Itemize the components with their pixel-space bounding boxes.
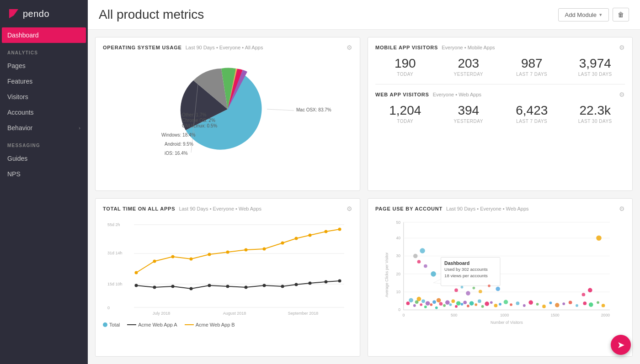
pendo-flag-icon (7, 7, 20, 20)
total-time-widget: TOTAL TIME ON ALL APPS Last 90 Days • Ev… (95, 198, 360, 357)
svg-text:0: 0 (107, 306, 110, 310)
svg-point-69 (426, 301, 430, 306)
divider (375, 84, 625, 84)
svg-text:0: 0 (402, 313, 405, 317)
svg-point-89 (490, 301, 493, 304)
svg-point-33 (226, 285, 229, 288)
time-widget-title: TOTAL TIME ON ALL APPS (103, 206, 175, 211)
page-header: All product metrics Add Module ▾ 🗑 (88, 0, 640, 30)
other-label: Other: 1.7% (182, 112, 206, 117)
svg-point-40 (338, 280, 341, 283)
metric-value: 190 (375, 57, 435, 71)
add-module-button[interactable]: Add Module ▾ (558, 8, 609, 21)
svg-point-96 (528, 300, 533, 305)
svg-text:55d 2h: 55d 2h (107, 222, 120, 227)
svg-text:1500: 1500 (550, 313, 559, 317)
metric-value: 6,423 (502, 104, 562, 118)
svg-point-18 (190, 258, 193, 261)
svg-point-21 (245, 248, 248, 252)
mobile-visitors-widget: MOBILE APP VISITORS Everyone • Mobile Ap… (368, 37, 633, 191)
svg-point-103 (576, 304, 578, 307)
web-section-subtitle: Everyone • Web Apps (433, 92, 481, 97)
svg-point-90 (494, 304, 498, 307)
svg-point-28 (135, 284, 138, 287)
fab-button[interactable]: ➤ (611, 335, 631, 355)
svg-text:500: 500 (451, 313, 458, 317)
svg-point-85 (475, 303, 477, 306)
svg-text:31d 14h: 31d 14h (107, 251, 123, 255)
scatter-chart: Average Clicks per Visitor 0 10 20 30 40… (375, 218, 625, 327)
web-section-header: WEB APP VISITORS Everyone • Web Apps ⚙ (375, 91, 625, 98)
nav-item-dashboard[interactable]: Dashboard (2, 27, 86, 43)
main-content: All product metrics Add Module ▾ 🗑 OPERA… (88, 0, 640, 364)
svg-marker-0 (9, 9, 18, 18)
nav-item-features[interactable]: Features (0, 74, 88, 89)
svg-point-83 (467, 305, 469, 307)
nav-item-behavior[interactable]: Behavior › (0, 120, 88, 136)
svg-point-19 (208, 253, 211, 256)
nav-item-nps[interactable]: NPS (0, 166, 88, 182)
svg-point-125 (596, 235, 602, 241)
svg-text:0: 0 (398, 307, 400, 312)
svg-point-81 (461, 303, 464, 306)
scatter-widget-header: PAGE USE BY ACCOUNT Last 90 Days • Every… (375, 205, 625, 212)
svg-point-77 (449, 303, 452, 306)
svg-text:50: 50 (396, 220, 400, 225)
gear-icon[interactable]: ⚙ (347, 44, 352, 51)
widget-header: OPERATING SYSTEM USAGE Last 90 Days • Ev… (103, 44, 352, 51)
pendo-wordmark: pendo (23, 9, 49, 19)
svg-point-111 (424, 264, 427, 268)
web-gear-icon[interactable]: ⚙ (619, 91, 625, 98)
svg-point-70 (430, 303, 432, 306)
svg-text:15d 10h: 15d 10h (107, 282, 123, 286)
nav-item-guides[interactable]: Guides (0, 151, 88, 166)
svg-text:30: 30 (396, 253, 400, 258)
metric-value: 3,974 (565, 57, 625, 71)
delete-button[interactable]: 🗑 (613, 8, 629, 21)
svg-point-74 (439, 302, 443, 306)
nav-item-accounts[interactable]: Accounts (0, 105, 88, 120)
android-label: Android: 9.5% (165, 142, 193, 147)
svg-point-95 (523, 304, 526, 307)
time-gear-icon[interactable]: ⚙ (347, 205, 352, 212)
svg-point-75 (443, 304, 446, 307)
svg-point-79 (455, 305, 458, 308)
svg-point-32 (208, 284, 211, 287)
svg-point-84 (469, 301, 474, 306)
svg-point-91 (499, 303, 501, 306)
svg-text:September 2018: September 2018 (288, 311, 319, 316)
metric-yesterday-web: 394 YESTERDAY (439, 104, 499, 124)
svg-point-20 (226, 251, 229, 254)
trash-icon: 🗑 (618, 11, 624, 18)
svg-point-22 (263, 248, 266, 251)
scatter-gear-icon[interactable]: ⚙ (619, 205, 625, 212)
mac-osx-label: Mac OSX: 83.7% (296, 107, 331, 112)
svg-point-24 (295, 237, 298, 240)
svg-point-17 (171, 255, 175, 258)
mobile-widget-subtitle: Everyone • Mobile Apps (442, 45, 495, 50)
mobile-gear-icon[interactable]: ⚙ (619, 44, 625, 51)
svg-point-100 (555, 303, 560, 307)
legend-line-app-a (127, 324, 136, 325)
chevron-down-icon: ▾ (599, 12, 602, 18)
metric-today-mobile: 190 TODAY (375, 57, 435, 77)
pie-chart: Mac OSX: 83.7% Windows: 18.4% iOS: 16.4%… (103, 57, 352, 162)
metric-value: 1,204 (375, 104, 435, 118)
nav-item-pages[interactable]: Pages (0, 58, 88, 74)
svg-point-71 (432, 300, 436, 304)
nav-item-visitors[interactable]: Visitors (0, 89, 88, 105)
svg-point-82 (463, 301, 467, 304)
scatter-widget-subtitle: Last 90 Days • Everyone • Web Apps (446, 206, 529, 211)
svg-point-121 (473, 287, 475, 290)
mobile-metrics-grid: 190 TODAY 203 YESTERDAY 987 LAST 7 DAYS … (375, 57, 625, 77)
svg-point-68 (424, 306, 427, 308)
svg-text:1000: 1000 (500, 313, 509, 317)
svg-point-63 (413, 304, 416, 307)
windows-label: Windows: 18.4% (161, 132, 196, 137)
svg-text:Number of Visitors: Number of Visitors (491, 320, 523, 325)
svg-text:Average Clicks per Visitor: Average Clicks per Visitor (384, 252, 389, 297)
header-actions: Add Module ▾ 🗑 (558, 8, 629, 21)
svg-text:July 2018: July 2018 (153, 311, 171, 316)
mobile-widget-title: MOBILE APP VISITORS (375, 45, 438, 50)
legend-line-app-b (185, 324, 194, 325)
